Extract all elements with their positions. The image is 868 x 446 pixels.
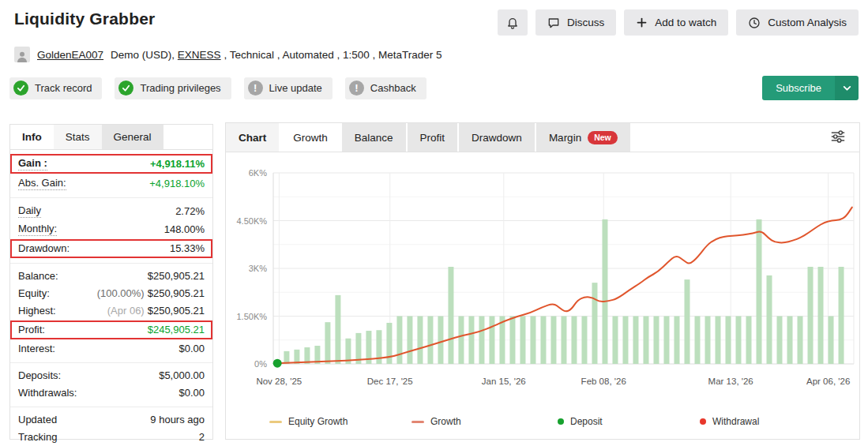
chart-settings-button[interactable] — [817, 123, 859, 152]
stat-value-text: 148.00% — [164, 223, 205, 235]
username-link[interactable]: GoldenEA007 — [37, 49, 103, 61]
tab-info[interactable]: Info — [10, 125, 54, 149]
profit-bar — [479, 317, 484, 365]
profit-bar — [715, 317, 720, 365]
profit-bar — [550, 317, 556, 365]
stat-label: Profit: — [18, 324, 45, 336]
broker-link[interactable]: EXNESS — [178, 49, 221, 61]
profit-bar — [663, 317, 669, 365]
group-divider — [10, 407, 212, 407]
legend-label: Equity Growth — [288, 416, 348, 427]
legend-label: Deposit — [570, 416, 603, 427]
tab-chart[interactable]: Chart — [226, 123, 279, 152]
stat-row-balance: Balance:$250,905.21 — [10, 268, 212, 285]
profit-bar — [808, 267, 814, 364]
account-details: Demo (USD), EXNESS , Technical , Automat… — [111, 49, 442, 61]
subscribe-split-button[interactable]: Subscribe — [762, 76, 859, 100]
tab-balance[interactable]: Balance — [342, 123, 406, 152]
badge-label: Trading privileges — [140, 82, 220, 94]
legend-item-growth[interactable]: Growth — [411, 416, 461, 427]
exclamation-circle-icon: ! — [248, 81, 263, 96]
profit-bar — [581, 317, 587, 365]
x-tick-label: Dec 17, '25 — [367, 377, 413, 386]
profit-bar — [694, 317, 700, 365]
tab-growth[interactable]: Growth — [280, 123, 340, 152]
chart-tabs: ChartGrowthBalanceProfitDrawdownMarginNe… — [226, 123, 859, 152]
bell-icon — [506, 17, 519, 29]
stat-value-text: $250,905.21 — [148, 287, 205, 299]
group-divider — [10, 197, 212, 198]
legend-swatch — [700, 418, 706, 425]
tab-label: Balance — [355, 132, 393, 144]
stat-value-text: $0.00 — [178, 387, 205, 399]
y-tick-label: 1.50K% — [236, 312, 267, 321]
chart-legend: Equity GrowthGrowthDepositWithdrawal — [226, 414, 859, 434]
profit-bar — [509, 317, 515, 365]
check-circle-icon — [13, 81, 28, 96]
stat-value: 15.33% — [170, 242, 205, 255]
discuss-button[interactable]: Discuss — [535, 9, 616, 36]
profit-bar — [602, 219, 607, 364]
verification-badges: Track recordTrading privileges!Live upda… — [9, 77, 426, 99]
x-tick-label: Feb 08, '26 — [581, 377, 626, 386]
badge-label: Track record — [35, 82, 92, 94]
tab-stats[interactable]: Stats — [54, 125, 102, 149]
stat-label: Equity: — [18, 287, 50, 300]
legend-item-withdrawal[interactable]: Withdrawal — [700, 416, 759, 427]
profit-bar — [829, 317, 834, 365]
stat-label: Withdrawals: — [18, 387, 77, 399]
growth-chart-svg: 6K%4.50K%3K%1.50K%0%Nov 28, '25Dec 17, '… — [226, 152, 859, 413]
sliders-icon — [830, 129, 846, 146]
avatar — [14, 47, 30, 62]
badge-cashback: !Cashback — [345, 77, 426, 99]
y-tick-label: 0% — [254, 359, 267, 369]
add-to-watch-button[interactable]: Add to watch — [624, 9, 728, 36]
profit-bar — [633, 317, 638, 365]
stat-label: Drawdown: — [18, 242, 70, 255]
stat-row-deposits: Deposits:$5,000.00 — [10, 367, 212, 384]
tab-margin[interactable]: MarginNew — [536, 123, 630, 152]
info-panel-tabs: InfoStatsGeneral — [10, 125, 212, 150]
stat-value-text: +4,918.11% — [150, 158, 205, 170]
stat-value-text: 2.72% — [175, 205, 205, 217]
stat-row-drawdown: Drawdown:15.33% — [10, 239, 212, 258]
profit-bar — [417, 317, 423, 365]
legend-item-deposit[interactable]: Deposit — [558, 416, 603, 427]
legend-swatch — [411, 421, 424, 423]
check-circle-icon — [118, 81, 133, 96]
new-badge: New — [588, 131, 618, 144]
tab-drawdown[interactable]: Drawdown — [459, 123, 535, 152]
profit-bar — [705, 317, 710, 365]
page-title: Liquidity Grabber — [14, 9, 155, 28]
chart-panel: ChartGrowthBalanceProfitDrawdownMarginNe… — [225, 122, 860, 440]
stat-label: Deposits: — [18, 369, 61, 382]
add-to-watch-label: Add to watch — [655, 17, 716, 28]
badge-track-record: Track record — [9, 77, 102, 99]
stat-value-text: $0.00 — [178, 343, 205, 354]
profit-bar — [612, 317, 618, 365]
profit-bar — [530, 317, 535, 365]
tab-general[interactable]: General — [102, 125, 163, 149]
badges-row: Track recordTrading privileges!Live upda… — [0, 62, 868, 100]
subscribe-dropdown-button[interactable] — [835, 76, 859, 100]
legend-item-equity-growth[interactable]: Equity Growth — [269, 416, 348, 427]
stat-row-tracking: Tracking2 — [10, 429, 212, 446]
profit-bar — [777, 317, 783, 365]
profit-bar — [735, 317, 741, 365]
stat-value: 148.00% — [164, 223, 205, 236]
profit-bar — [839, 267, 844, 364]
x-tick-label: Apr 06, '26 — [806, 377, 850, 386]
tab-profit[interactable]: Profit — [408, 123, 458, 152]
x-tick-label: Jan 15, '26 — [482, 377, 526, 386]
profit-bar — [818, 267, 824, 364]
notifications-button[interactable] — [498, 9, 528, 36]
stat-label: Gain : — [18, 157, 47, 171]
plus-icon — [636, 17, 648, 28]
profit-bar — [540, 317, 546, 365]
custom-analysis-button[interactable]: Custom Analysis — [736, 9, 859, 36]
stat-value-text: 9 hours ago — [150, 414, 205, 425]
stat-value: $0.00 — [178, 343, 205, 355]
profit-bar — [571, 317, 577, 365]
subscribe-button[interactable]: Subscribe — [762, 76, 835, 100]
profit-bar — [653, 317, 659, 365]
